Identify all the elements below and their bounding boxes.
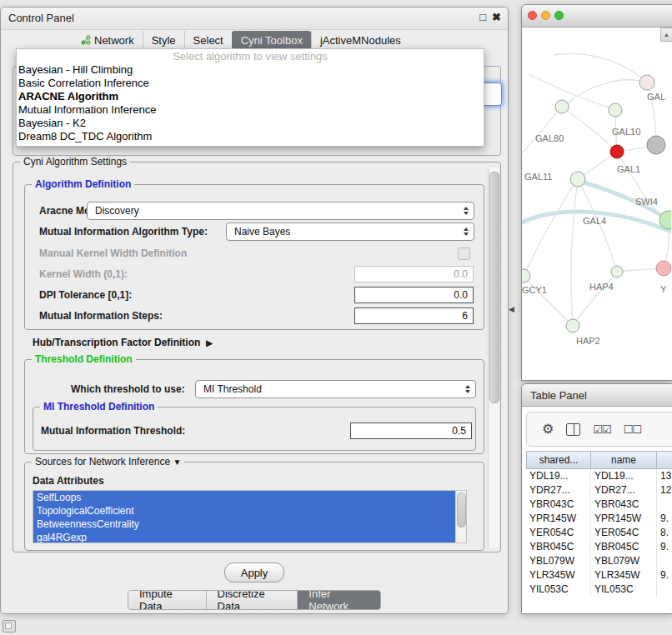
mi-threshold-definition-title: MI Threshold Definition	[40, 401, 158, 412]
cell-shared-name: YBR045C	[526, 540, 591, 554]
mi-type-combobox[interactable]: Naive Bayes	[226, 222, 474, 241]
column-header-clipped[interactable]	[657, 451, 672, 469]
select-all-rows-icon[interactable]: ☑☑	[593, 423, 610, 436]
close-window-icon[interactable]: ✖	[492, 11, 501, 23]
list-item-topologicalcoefficient[interactable]: TopologicalCoefficient	[33, 504, 456, 518]
cell-shared-name: YPR145W	[526, 512, 591, 526]
tab-infer-network[interactable]: Infer Network	[297, 591, 380, 609]
attributes-scrollbar-thumb[interactable]	[457, 492, 466, 528]
hub-definition-label: Hub/Transcription Factor Definition	[33, 337, 200, 348]
table-row[interactable]: YPR145W YPR145W 9.	[526, 512, 672, 526]
dpi-tolerance-value: 0.0	[454, 289, 468, 301]
mi-type-label: Mutual Information Algorithm Type:	[39, 226, 208, 238]
apply-button-label: Apply	[241, 567, 268, 579]
node[interactable]	[555, 100, 569, 113]
table-row[interactable]: YLR345W YLR345W 9.	[526, 568, 672, 582]
tab-discretize-data[interactable]: Discretize Data	[206, 591, 298, 609]
settings-group-title: Cyni Algorithm Settings	[20, 156, 130, 168]
close-traffic-light[interactable]	[528, 11, 537, 20]
menu-item-dream8[interactable]: Dream8 DC_TDC Algorithm	[17, 130, 484, 143]
settings-scrollbar[interactable]	[488, 168, 499, 548]
desktop: Control Panel □ ✖ Network Style Select C…	[0, 0, 672, 635]
zoom-traffic-light[interactable]	[554, 11, 564, 20]
tab-jactivemnodules[interactable]: jActiveMNodules	[311, 31, 409, 49]
node-label: SWI4	[635, 197, 658, 207]
cell-name: YER054C	[591, 526, 657, 540]
tab-cyni-toolbox[interactable]: Cyni Toolbox	[232, 31, 311, 49]
node[interactable]	[609, 103, 622, 117]
columns-icon[interactable]	[566, 423, 580, 436]
apply-button[interactable]: Apply	[224, 562, 284, 582]
cell-value	[657, 554, 672, 568]
menu-item-aracne[interactable]: ARACNE Algorithm	[17, 90, 484, 103]
node-pink[interactable]	[656, 261, 671, 276]
table-panel-titlebar[interactable]: Table Panel	[522, 384, 672, 407]
node-label: GAL11	[524, 172, 552, 182]
table-body: YDL19... YDL19... 13 YDR27... YDR27... 1…	[526, 469, 672, 613]
network-canvas[interactable]: GAL GAL80 GAL10 GAL11 GAL1 SWI4 GAL4 GCY…	[522, 27, 671, 380]
menu-item-mutual-information[interactable]: Mutual Information Inference	[17, 103, 484, 117]
node[interactable]	[522, 269, 530, 282]
node[interactable]	[639, 75, 654, 90]
list-item-betweennesscentrality[interactable]: BetweennessCentrality	[33, 518, 456, 531]
node[interactable]	[570, 172, 585, 187]
splitter-handle-icon[interactable]: ◀	[509, 305, 514, 313]
table-row[interactable]: YBR043C YBR043C	[526, 498, 672, 512]
minimize-traffic-light[interactable]	[541, 11, 550, 20]
mi-threshold-input[interactable]: 0.5	[350, 422, 472, 439]
column-header-name[interactable]: name	[591, 451, 657, 469]
mi-type-value: Naive Bayes	[234, 226, 290, 238]
deselect-all-rows-icon[interactable]: ☐☐	[624, 423, 641, 436]
list-item-selfloops[interactable]: SelfLoops	[33, 491, 456, 504]
table-row[interactable]: YDL19... YDL19... 13	[526, 469, 672, 483]
node-gray[interactable]	[647, 136, 665, 154]
sources-title-text: Sources for Network Inference	[35, 456, 170, 468]
node-label: GAL4	[583, 216, 606, 226]
manual-kernel-label: Manual Kernel Width Definition	[39, 248, 187, 259]
tab-style[interactable]: Style	[143, 31, 184, 49]
kernel-width-label: Kernel Width (0,1):	[39, 268, 128, 280]
cell-value: 9.	[657, 512, 672, 526]
column-header-shared-name[interactable]: shared...	[526, 451, 591, 469]
manual-kernel-checkbox[interactable]	[458, 248, 470, 260]
attributes-scrollbar[interactable]	[455, 491, 466, 542]
menu-item-bayesian-k2[interactable]: Bayesian - K2	[17, 117, 484, 130]
data-attributes-list[interactable]: SelfLoops TopologicalCoefficient Between…	[33, 490, 467, 543]
node-highlighted-red[interactable]	[610, 145, 624, 158]
data-attributes-label: Data Attributes	[33, 475, 104, 487]
table-row[interactable]: YBL079W YBL079W	[526, 554, 672, 568]
menu-item-basic-correlation[interactable]: Basic Correlation Inference	[17, 77, 484, 90]
expanded-arrow-icon[interactable]: ▼	[173, 458, 181, 467]
table-row[interactable]: YIL053C YIL053C	[526, 582, 672, 597]
table-row[interactable]: YBR045C YBR045C 9.	[526, 540, 672, 554]
control-panel-titlebar[interactable]: Control Panel □ ✖	[1, 8, 508, 30]
kernel-width-input[interactable]: 0.0	[354, 266, 474, 282]
table-row[interactable]: YDR27... YDR27... 12	[526, 483, 672, 498]
settings-scrollbar-thumb[interactable]	[489, 172, 499, 403]
cell-shared-name: YER054C	[526, 526, 591, 540]
float-window-icon[interactable]: □	[479, 11, 486, 23]
node-label: GAL80	[535, 133, 564, 143]
tab-impute-data[interactable]: Impute Data	[128, 591, 206, 609]
mi-steps-input[interactable]: 6	[354, 308, 474, 324]
menu-item-bayesian-hill-climbing[interactable]: Bayesian - Hill Climbing	[17, 63, 484, 77]
collapsed-arrow-icon[interactable]: ▶	[206, 338, 213, 348]
node[interactable]	[566, 319, 579, 332]
list-item-gal4rgexp[interactable]: gal4RGexp	[33, 531, 456, 543]
tab-label: Infer Network	[308, 590, 369, 610]
dpi-tolerance-input[interactable]: 0.0	[354, 287, 474, 303]
node[interactable]	[611, 266, 623, 278]
hub-definition-disclosure[interactable]: Hub/Transcription Factor Definition ▶	[33, 337, 213, 348]
gear-icon[interactable]: ⚙	[542, 422, 554, 436]
aracne-mode-combobox[interactable]: Discovery	[87, 202, 474, 220]
restore-panel-icon[interactable]	[3, 620, 16, 632]
mi-steps-value: 6	[462, 310, 468, 322]
tab-label: Cyni Toolbox	[241, 34, 303, 47]
tab-select[interactable]: Select	[184, 31, 232, 49]
which-threshold-combobox[interactable]: MI Threshold	[195, 380, 476, 398]
network-window-titlebar[interactable]	[522, 5, 672, 28]
table-row[interactable]: YER054C YER054C 8.	[526, 526, 672, 540]
tab-network[interactable]: Network	[73, 31, 143, 49]
cell-value	[657, 582, 672, 597]
aracne-mode-value: Discovery	[95, 205, 139, 217]
